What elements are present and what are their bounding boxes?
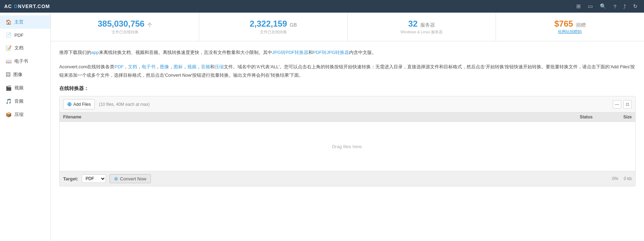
pdf-link[interactable]: PDF (114, 64, 123, 69)
col-header-size: Size (604, 115, 632, 119)
audio-icon: 🎵 (6, 98, 12, 104)
stat-files-label: 文件已在线转换 (54, 29, 195, 35)
converter-box: ⊕ Add Files (10 files, 40M each at max) … (59, 96, 636, 186)
stat-gb: 2,322,159 GB 文件已在线转换 (199, 13, 348, 41)
archive-icon: 📦 (6, 112, 12, 117)
stat-gb-number: 2,322,159 (250, 19, 287, 28)
file-table-header: Filename Status Size (60, 112, 635, 122)
content-area: 推荐下载我们的app来离线转换文档、视频和音频。离线转换速度更快，且没有文件数量… (51, 41, 644, 193)
stat-gb-label: 文件已在线转换 (203, 29, 344, 35)
share-icon[interactable]: ⤴ (621, 2, 628, 11)
toolbar-right-buttons: — ⊡ (613, 100, 632, 109)
add-files-button[interactable]: ⊕ Add Files (63, 99, 95, 109)
converter-toolbar: ⊕ Add Files (10 files, 40M each at max) … (60, 96, 635, 112)
convert-now-button[interactable]: ⊕ Convert Now (109, 174, 151, 183)
sidebar-label-audio: 音频 (14, 98, 24, 104)
sidebar-item-audio[interactable]: 🎵 音频 (0, 95, 51, 108)
file-drop-area[interactable]: Drag files here. (60, 122, 635, 171)
ebook-icon: 📖 (6, 58, 12, 64)
footer-right-info: 0% 0 kb (612, 176, 632, 181)
image-link[interactable]: 图像 (160, 64, 169, 69)
stat-servers: 32 服务器 Windows & Linux 服务器 (348, 13, 496, 41)
doc-link[interactable]: 文档 (128, 64, 137, 69)
toolbar-hint: (10 files, 40M each at max) (99, 102, 150, 107)
sidebar-item-home[interactable]: 🏠 主页 (0, 15, 51, 29)
refresh-icon[interactable]: ↻ (631, 2, 640, 11)
sidebar-label-archive: 压缩 (14, 111, 24, 118)
stat-gb-unit: GB (290, 22, 297, 28)
sidebar-item-video[interactable]: 🎬 视频 (0, 81, 51, 95)
col-header-status: Status (569, 115, 604, 119)
stat-servers-unit: 服务器 (420, 22, 435, 28)
stat-servers-number: 32 (408, 19, 418, 28)
sidebar-item-archive[interactable]: 📦 压缩 (0, 108, 51, 121)
target-label: Target: (63, 176, 78, 181)
plus-icon: ⊕ (67, 101, 72, 108)
stat-files-unit: 个 (147, 22, 152, 28)
search-icon[interactable]: 🔍 (598, 2, 609, 11)
sidebar-label-ebook: 电子书 (14, 58, 28, 64)
col-header-filename: Filename (63, 115, 569, 119)
add-files-label: Add Files (73, 102, 91, 107)
stat-donation: $765 捐赠 给网站捐赠$5 (496, 13, 644, 41)
sidebar: 🏠 主页 📄 PDF 📝 文档 📖 电子书 🖼 图像 🎬 视频 🎵 音频 📦 (0, 13, 51, 241)
sidebar-item-image[interactable]: 🖼 图像 (0, 68, 51, 81)
expand-button[interactable]: ⊡ (623, 100, 632, 109)
sidebar-label-doc: 文档 (14, 45, 24, 51)
size-text: 0 kb (624, 176, 632, 181)
target-format-select[interactable]: PDF DOC DOCX JPG PNG MP3 MP4 (82, 174, 106, 183)
audio-link[interactable]: 音频 (201, 64, 210, 69)
drop-hint-text: Drag files here. (332, 144, 363, 149)
intro-paragraph-1: 推荐下载我们的app来离线转换文档、视频和音频。离线转换速度更快，且没有文件数量… (59, 48, 636, 56)
stat-donation-number: $765 (554, 19, 573, 28)
site-logo: AC ONVERT.COM (4, 4, 50, 9)
sidebar-item-doc[interactable]: 📝 文档 (0, 41, 51, 55)
top-navigation: AC ONVERT.COM ⊞ ▭ 🔍 ? ⤴ ↻ (0, 0, 644, 13)
main-layout: 🏠 主页 📄 PDF 📝 文档 📖 电子书 🖼 图像 🎬 视频 🎵 音频 📦 (0, 13, 644, 241)
intro-paragraph-2: Aconvert.com在线转换各类PDF，文档，电子书，图像，图标，视频，音频… (59, 63, 636, 79)
ebook-link[interactable]: 电子书 (142, 64, 155, 69)
image-icon: 🖼 (6, 72, 11, 77)
convert-icon: ⊕ (114, 176, 118, 181)
minimize-button[interactable]: — (613, 100, 621, 109)
stats-bar: 385,030,756 个 文件已在线转换 2,322,159 GB 文件已在线… (51, 13, 644, 41)
sidebar-label-video: 视频 (14, 85, 24, 91)
home-icon: 🏠 (6, 19, 12, 25)
tablet-icon[interactable]: ▭ (586, 2, 595, 11)
pdf-icon: 📄 (6, 32, 12, 38)
stat-servers-label: Windows & Linux 服务器 (351, 29, 492, 35)
doc-icon: 📝 (6, 45, 12, 51)
stat-donation-unit: 捐赠 (576, 22, 586, 28)
archive-link[interactable]: 压缩 (215, 64, 224, 69)
jpg-to-pdf-link[interactable]: JPG转PDF转换器 (272, 50, 308, 55)
sidebar-item-pdf[interactable]: 📄 PDF (0, 29, 51, 41)
video-link[interactable]: 视频 (187, 64, 196, 69)
converter-footer: Target: PDF DOC DOCX JPG PNG MP3 MP4 ⊕ C… (60, 171, 635, 186)
video-icon: 🎬 (6, 85, 12, 91)
stat-files: 385,030,756 个 文件已在线转换 (51, 13, 199, 41)
sidebar-item-ebook[interactable]: 📖 电子书 (0, 55, 51, 68)
pdf-to-jpg-link[interactable]: PDF转JPG转换器 (313, 50, 349, 55)
grid-icon[interactable]: ⊞ (574, 2, 583, 11)
progress-text: 0% (612, 176, 618, 181)
donation-link[interactable]: 给网站捐赠$5 (558, 29, 582, 34)
main-content: 385,030,756 个 文件已在线转换 2,322,159 GB 文件已在线… (51, 13, 644, 241)
app-link[interactable]: app (91, 50, 99, 55)
sidebar-label-image: 图像 (13, 71, 22, 78)
convert-btn-label: Convert Now (120, 176, 146, 181)
stat-files-number: 385,030,756 (98, 19, 144, 28)
nav-icon-group: ⊞ ▭ 🔍 ? ⤴ ↻ (574, 2, 640, 11)
icon-link[interactable]: 图标 (174, 64, 183, 69)
sidebar-label-pdf: PDF (14, 33, 24, 38)
help-icon[interactable]: ? (611, 2, 618, 11)
converter-section-title: 在线转换器： (59, 85, 636, 92)
sidebar-label-home: 主页 (14, 19, 24, 25)
